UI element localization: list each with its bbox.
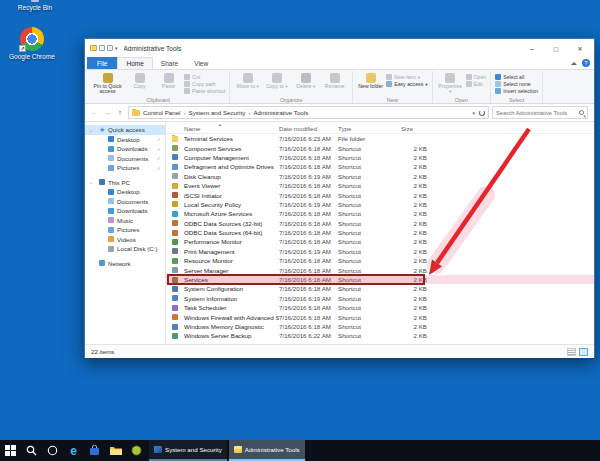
column-date-modified[interactable]: Date modified <box>279 125 338 132</box>
taskbar-button-system-and-security[interactable]: System and Security <box>149 440 227 461</box>
file-row[interactable]: Computer Management7/16/2016 6:18 AMShor… <box>166 153 594 162</box>
sidebar-item-quick-access[interactable]: ⌄Quick access <box>85 125 165 135</box>
file-row[interactable]: Event Viewer7/16/2016 6:18 AMShortcut2 K… <box>166 181 594 190</box>
file-explorer-button[interactable] <box>105 440 126 461</box>
file-row[interactable]: Disk Cleanup7/16/2016 6:19 AMShortcut2 K… <box>166 172 594 181</box>
copy-to-button[interactable]: Copy to ▾ <box>263 72 290 95</box>
start-button[interactable] <box>0 440 21 461</box>
column-type[interactable]: Type <box>338 125 383 132</box>
maximize-button[interactable] <box>544 39 568 57</box>
desktop-icon-google-chrome[interactable]: ↗ Google Chrome <box>5 27 59 60</box>
up-button[interactable]: ↑ <box>115 109 125 116</box>
breadcrumb[interactable]: Control Panel›System and Security›Admini… <box>128 106 489 119</box>
copy-button[interactable]: Copy <box>126 72 153 95</box>
edit-button[interactable]: Edit <box>466 81 487 87</box>
tab-home[interactable]: Home <box>117 57 152 69</box>
file-row[interactable]: Terminal Services7/16/2016 6:23 AMFile f… <box>166 134 594 143</box>
select-all-button[interactable]: Select all <box>495 74 538 80</box>
file-row[interactable]: Defragment and Optimize Drives7/16/2016 … <box>166 162 594 171</box>
minimize-button[interactable] <box>520 39 544 57</box>
new-item-button[interactable]: New item▾ <box>386 74 427 80</box>
file-row[interactable]: Print Management7/16/2016 6:19 AMShortcu… <box>166 247 594 256</box>
file-row[interactable]: Local Security Policy7/16/2016 6:19 AMSh… <box>166 200 594 209</box>
delete-button[interactable]: Delete ▾ <box>292 72 319 95</box>
search-icon[interactable] <box>579 110 584 115</box>
cut-button[interactable]: Cut <box>184 74 225 80</box>
sidebar-item-music[interactable]: Music <box>85 216 165 226</box>
search-box[interactable] <box>492 106 588 119</box>
open-button[interactable]: Open <box>466 74 487 80</box>
easy-access-button[interactable]: Easy access▾ <box>386 81 427 87</box>
help-icon[interactable] <box>582 59 590 67</box>
select-none-button[interactable]: Select none <box>495 81 538 87</box>
file-row[interactable]: Services7/16/2016 6:18 AMShortcut2 KB <box>166 275 594 284</box>
title-bar[interactable]: ▾ Administrative Tools <box>85 39 594 57</box>
file-row[interactable]: Windows Server Backup7/16/2016 6:22 AMSh… <box>166 331 594 340</box>
file-row[interactable]: Microsoft Azure Services7/16/2016 6:18 A… <box>166 209 594 218</box>
taskbar-search-button[interactable] <box>21 440 42 461</box>
chevron-down-icon[interactable]: ⌄ <box>89 127 93 133</box>
sidebar-item-desktop[interactable]: Desktop <box>85 135 165 145</box>
breadcrumb-segment[interactable]: Administrative Tools <box>253 109 308 116</box>
breadcrumb-segment[interactable]: System and Security <box>189 109 246 116</box>
chevron-down-icon[interactable]: ⌄ <box>89 179 93 185</box>
sidebar-item-desktop[interactable]: Desktop <box>85 187 165 197</box>
sidebar-item-pictures[interactable]: Pictures <box>85 163 165 173</box>
quick-access-toolbar[interactable]: ▾ <box>90 45 118 51</box>
refresh-icon[interactable] <box>479 110 485 116</box>
large-icons-view-button[interactable] <box>579 348 588 356</box>
file-row[interactable]: Component Services7/16/2016 6:18 AMShort… <box>166 143 594 152</box>
file-row[interactable]: iSCSI Initiator7/16/2016 6:18 AMShortcut… <box>166 190 594 199</box>
pinned-app-button[interactable] <box>126 440 147 461</box>
details-view-button[interactable] <box>567 348 576 356</box>
paste-button[interactable]: Paste <box>155 72 182 95</box>
taskbar-button-administrative-tools[interactable]: Administrative Tools <box>229 440 305 461</box>
sidebar-item-network[interactable]: Network <box>85 259 165 269</box>
sidebar-item-local-disk-c-[interactable]: Local Disk (C:) <box>85 244 165 254</box>
file-row[interactable]: Windows Firewall with Advanced Security7… <box>166 312 594 321</box>
rename-button[interactable]: Rename <box>321 72 348 95</box>
column-name[interactable]: Name <box>184 125 279 132</box>
close-button[interactable] <box>568 39 592 57</box>
paste-shortcut-button[interactable]: Paste shortcut <box>184 88 225 94</box>
file-row[interactable]: Task Scheduler7/16/2016 6:18 AMShortcut2… <box>166 303 594 312</box>
new-folder-button[interactable]: New folder <box>357 72 384 95</box>
sidebar-item-downloads[interactable]: Downloads <box>85 206 165 216</box>
back-button[interactable]: ← <box>89 108 99 117</box>
tab-view[interactable]: View <box>186 57 216 69</box>
sidebar-item-documents[interactable]: Documents <box>85 154 165 164</box>
file-row[interactable]: ODBC Data Sources (32-bit)7/16/2016 6:18… <box>166 219 594 228</box>
file-row[interactable]: Resource Monitor7/16/2016 6:18 AMShortcu… <box>166 256 594 265</box>
task-view-button[interactable] <box>42 440 63 461</box>
breadcrumb-segment[interactable]: Control Panel <box>143 109 181 116</box>
tab-share[interactable]: Share <box>153 57 186 69</box>
tab-file[interactable]: File <box>87 57 117 69</box>
desktop-icon-recycle-bin[interactable]: Recycle Bin <box>8 0 62 11</box>
file-row[interactable]: System Configuration7/16/2016 6:18 AMSho… <box>166 284 594 293</box>
qat-customize-icon[interactable]: ▾ <box>115 45 118 51</box>
store-button[interactable] <box>84 440 105 461</box>
invert-selection-button[interactable]: Invert selection <box>495 88 538 94</box>
column-size[interactable]: Size <box>383 125 427 132</box>
forward-button[interactable]: → <box>102 108 112 117</box>
sidebar-item-documents[interactable]: Documents <box>85 197 165 207</box>
qat-properties-icon[interactable] <box>99 45 105 51</box>
properties-button[interactable]: Properties ▾ <box>437 72 464 95</box>
sidebar-item-this-pc[interactable]: ⌄This PC <box>85 178 165 188</box>
file-row[interactable]: Windows Memory Diagnostic7/16/2016 6:18 … <box>166 322 594 331</box>
sidebar-item-pictures[interactable]: Pictures <box>85 225 165 235</box>
file-row[interactable]: Server Manager7/16/2016 6:18 AMShortcut2… <box>166 265 594 274</box>
sidebar-item-videos[interactable]: Videos <box>85 235 165 245</box>
file-row[interactable]: System Information7/16/2016 6:19 AMShort… <box>166 294 594 303</box>
collapse-ribbon-icon[interactable] <box>571 62 577 65</box>
edge-button[interactable]: e <box>63 440 84 461</box>
copy-path-button[interactable]: Copy path <box>184 81 225 87</box>
move-to-button[interactable]: Move to ▾ <box>234 72 261 95</box>
pin-to-quick-access-button[interactable]: Pin to Quick access <box>91 72 124 95</box>
search-input[interactable] <box>496 110 577 116</box>
file-row[interactable]: Performance Monitor7/16/2016 6:18 AMShor… <box>166 237 594 246</box>
qat-new-folder-icon[interactable] <box>107 45 113 51</box>
address-dropdown-icon[interactable]: ▾ <box>472 110 475 116</box>
file-row[interactable]: ODBC Data Sources (64-bit)7/16/2016 6:18… <box>166 228 594 237</box>
sidebar-item-downloads[interactable]: Downloads <box>85 144 165 154</box>
